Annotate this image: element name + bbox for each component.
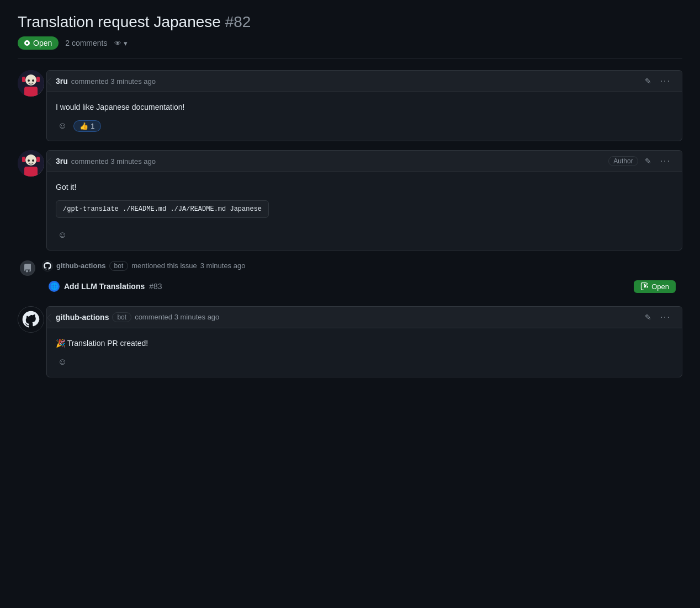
smiley-icon-2: ☺ xyxy=(58,230,67,239)
mention-time: 3 minutes ago xyxy=(200,262,246,270)
comment-box-1: 3ru commented 3 minutes ago ✎ ··· I woul… xyxy=(46,70,682,141)
edit-button-bot[interactable]: ✎ xyxy=(643,312,654,323)
comment-wrapper-2: 3ru commented 3 minutes ago Author ✎ ···… xyxy=(18,150,682,250)
cross-reference-icon xyxy=(20,260,35,276)
header-divider xyxy=(18,58,682,59)
thumbsup-reaction-1[interactable]: 👍 1 xyxy=(73,120,100,132)
edit-button-2[interactable]: ✎ xyxy=(643,156,654,167)
pr-ref-number: #83 xyxy=(149,282,162,291)
comment-timestamp-bot: 3 minutes ago xyxy=(174,313,220,321)
avatar-3ru-1 xyxy=(18,70,44,97)
comment-header-left-1: 3ru commented 3 minutes ago xyxy=(56,77,156,86)
code-text-2: /gpt-translate ./README.md ./JA/README.m… xyxy=(63,205,262,213)
pr-ref-title[interactable]: Add LLM Translations xyxy=(64,282,145,291)
svg-rect-10 xyxy=(22,157,25,162)
comment-time-2: commented 3 minutes ago xyxy=(71,157,156,166)
page-header: Translation request Japanese #82 Open 2 … xyxy=(18,13,682,59)
comment-action-1: commented xyxy=(71,77,109,86)
comment-wrapper-bot: github-actions bot commented 3 minutes a… xyxy=(18,306,682,377)
comment-header-left-bot: github-actions bot commented 3 minutes a… xyxy=(56,312,219,322)
chevron-down-icon: ▾ xyxy=(124,39,128,47)
three-dots-icon-2: ··· xyxy=(660,156,671,166)
svg-point-5 xyxy=(28,79,30,82)
smiley-icon-1: ☺ xyxy=(58,121,67,130)
comment-header-right-bot: ✎ ··· xyxy=(643,311,673,323)
comment-header-right-2: Author ✎ ··· xyxy=(608,155,673,167)
comment-action-bot: commented xyxy=(135,313,172,321)
reactions-row-bot: ☺ xyxy=(56,356,673,368)
timeline: 3ru commented 3 minutes ago ✎ ··· I woul… xyxy=(18,70,682,386)
commenter-name-2: 3ru xyxy=(56,157,68,166)
three-dots-icon-1: ··· xyxy=(660,76,671,86)
pr-open-badge[interactable]: Open xyxy=(634,280,676,293)
watch-button[interactable]: 👁 ▾ xyxy=(114,39,128,47)
globe-icon: 🌐 xyxy=(49,281,60,292)
commenter-name-1: 3ru xyxy=(56,77,68,86)
issue-meta: Open 2 comments 👁 ▾ xyxy=(18,36,682,50)
comment-action-2: commented xyxy=(71,157,109,166)
comment-body-1: I would like Japanese documentation! ☺ 👍… xyxy=(47,92,682,141)
svg-rect-3 xyxy=(22,77,25,82)
svg-rect-9 xyxy=(24,167,38,177)
mention-content: github-actions bot mentioned this issue … xyxy=(42,259,682,297)
author-badge-2: Author xyxy=(608,156,638,166)
pr-ref-left: 🌐 Add LLM Translations #83 xyxy=(49,281,162,292)
mention-action-text: mentioned this issue xyxy=(131,262,197,270)
more-options-button-bot[interactable]: ··· xyxy=(658,311,673,323)
svg-rect-4 xyxy=(36,77,40,82)
reactions-row-1: ☺ 👍 1 xyxy=(56,120,673,132)
status-label: Open xyxy=(33,39,52,47)
comment-timestamp-2: 3 minutes ago xyxy=(110,157,156,166)
add-reaction-button-1[interactable]: ☺ xyxy=(56,120,69,132)
more-options-button-2[interactable]: ··· xyxy=(658,155,673,167)
status-badge[interactable]: Open xyxy=(18,36,59,50)
comment-wrapper-1: 3ru commented 3 minutes ago ✎ ··· I woul… xyxy=(18,70,682,141)
comment-text-1: I would like Japanese documentation! xyxy=(56,101,673,113)
svg-rect-14 xyxy=(18,307,44,332)
svg-rect-11 xyxy=(36,157,40,162)
commenter-name-bot: github-actions xyxy=(56,313,109,322)
smiley-icon-bot: ☺ xyxy=(58,357,67,366)
bot-badge: bot xyxy=(112,312,131,322)
comment-header-1: 3ru commented 3 minutes ago ✎ ··· xyxy=(47,71,682,92)
reaction-count-1: 1 xyxy=(91,122,94,130)
mention-actor: github-actions xyxy=(56,262,106,270)
comment-box-2: 3ru commented 3 minutes ago Author ✎ ···… xyxy=(46,150,682,250)
comment-body-2: Got it! /gpt-translate ./README.md ./JA/… xyxy=(47,172,682,249)
comment-box-bot: github-actions bot commented 3 minutes a… xyxy=(46,306,682,377)
comment-time-1: commented 3 minutes ago xyxy=(71,77,156,86)
mention-bot-badge: bot xyxy=(109,261,129,271)
pr-reference-row: 🌐 Add LLM Translations #83 Open xyxy=(42,276,682,297)
comment-time-bot: commented 3 minutes ago xyxy=(135,313,219,321)
mention-row: github-actions bot mentioned this issue … xyxy=(18,259,682,297)
svg-point-12 xyxy=(28,159,30,162)
svg-point-6 xyxy=(32,79,34,82)
add-reaction-button-2[interactable]: ☺ xyxy=(56,229,69,241)
issue-title-text: Translation request Japanese xyxy=(18,13,221,30)
edit-button-1[interactable]: ✎ xyxy=(643,76,654,87)
add-reaction-button-bot[interactable]: ☺ xyxy=(56,356,69,368)
thumbsup-emoji: 👍 xyxy=(79,122,88,130)
comment-header-2: 3ru commented 3 minutes ago Author ✎ ··· xyxy=(47,151,682,172)
avatar-3ru-2 xyxy=(18,150,44,177)
three-dots-icon-bot: ··· xyxy=(660,312,671,322)
github-actions-small-avatar xyxy=(42,260,53,271)
comment-text-2: Got it! xyxy=(56,181,673,193)
comment-body-bot: 🎉 Translation PR created! ☺ xyxy=(47,328,682,377)
pr-status-label: Open xyxy=(651,282,669,291)
comment-text-bot: 🎉 Translation PR created! xyxy=(56,337,673,349)
comment-timestamp-1: 3 minutes ago xyxy=(110,77,156,86)
eye-icon: 👁 xyxy=(114,39,121,47)
more-options-button-1[interactable]: ··· xyxy=(658,75,673,87)
pr-open-icon xyxy=(640,282,648,290)
open-dot-icon xyxy=(24,40,30,46)
comment-count: 2 comments xyxy=(65,39,107,47)
svg-point-13 xyxy=(32,159,34,162)
comment-header-right-1: ✎ ··· xyxy=(643,75,673,87)
code-block-2: /gpt-translate ./README.md ./JA/README.m… xyxy=(56,200,269,218)
svg-rect-2 xyxy=(24,87,38,97)
reactions-row-2: ☺ xyxy=(56,229,673,241)
issue-number: #82 xyxy=(225,13,251,30)
comment-header-left-2: 3ru commented 3 minutes ago xyxy=(56,157,156,166)
issue-title: Translation request Japanese #82 xyxy=(18,13,682,31)
